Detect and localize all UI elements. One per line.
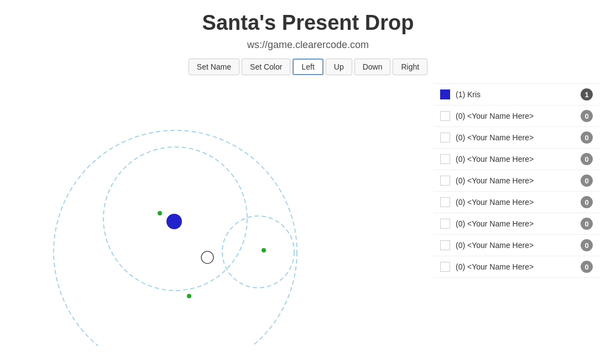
score-row: (0) <Your Name Here>0 [434, 235, 599, 256]
svg-point-6 [187, 294, 191, 298]
toolbar: Set NameSet ColorLeftUpDownRight [0, 59, 616, 75]
player-color-box [440, 111, 450, 121]
score-badge: 0 [581, 196, 593, 208]
player-color-box [440, 219, 450, 229]
svg-point-4 [158, 211, 162, 215]
player-color-box [440, 262, 450, 272]
score-badge: 0 [581, 175, 593, 187]
svg-point-5 [262, 248, 266, 252]
scoreboard: (1) Kris1(0) <Your Name Here>0(0) <Your … [434, 83, 599, 278]
score-row: (1) Kris1 [434, 83, 599, 105]
toolbar-button-set-name[interactable]: Set Name [189, 59, 239, 75]
page: Santa's Present Drop ws://game.clearerco… [0, 0, 616, 364]
svg-point-7 [201, 251, 213, 263]
score-row: (0) <Your Name Here>0 [434, 149, 599, 170]
score-row: (0) <Your Name Here>0 [434, 213, 599, 235]
server-url: ws://game.clearercode.com [0, 39, 616, 51]
player-name: (1) Kris [456, 90, 581, 99]
score-row: (0) <Your Name Here>0 [434, 192, 599, 213]
player-name: (0) <Your Name Here> [456, 133, 581, 142]
svg-point-3 [166, 214, 182, 229]
score-badge: 1 [581, 88, 593, 101]
player-color-box [440, 176, 450, 186]
player-name: (0) <Your Name Here> [456, 112, 581, 120]
player-color-box [440, 89, 450, 99]
player-color-box [440, 154, 450, 164]
main-content: (1) Kris1(0) <Your Name Here>0(0) <Your … [0, 81, 616, 346]
player-color-box [440, 133, 450, 143]
player-name: (0) <Your Name Here> [456, 241, 581, 250]
score-row: (0) <Your Name Here>0 [434, 127, 599, 149]
score-badge: 0 [581, 153, 593, 165]
player-name: (0) <Your Name Here> [456, 198, 581, 207]
header: Santa's Present Drop ws://game.clearerco… [0, 0, 616, 75]
score-row: (0) <Your Name Here>0 [434, 256, 599, 278]
score-badge: 0 [581, 218, 593, 230]
page-title: Santa's Present Drop [0, 11, 616, 35]
game-canvas [17, 81, 422, 346]
score-badge: 0 [581, 239, 593, 251]
score-row: (0) <Your Name Here>0 [434, 170, 599, 192]
toolbar-button-down[interactable]: Down [354, 59, 391, 75]
player-color-box [440, 197, 450, 207]
game-area [17, 81, 422, 346]
score-row: (0) <Your Name Here>0 [434, 105, 599, 127]
svg-point-2 [222, 216, 294, 288]
player-name: (0) <Your Name Here> [456, 219, 581, 228]
score-badge: 0 [581, 110, 593, 122]
score-badge: 0 [581, 131, 593, 144]
player-name: (0) <Your Name Here> [456, 176, 581, 185]
toolbar-button-right[interactable]: Right [393, 59, 427, 75]
player-name: (0) <Your Name Here> [456, 155, 581, 163]
svg-point-0 [54, 130, 297, 346]
player-color-box [440, 240, 450, 250]
toolbar-button-up[interactable]: Up [326, 59, 352, 75]
score-badge: 0 [581, 261, 593, 273]
toolbar-button-left[interactable]: Left [293, 59, 323, 75]
player-name: (0) <Your Name Here> [456, 262, 581, 271]
toolbar-button-set-color[interactable]: Set Color [242, 59, 290, 75]
